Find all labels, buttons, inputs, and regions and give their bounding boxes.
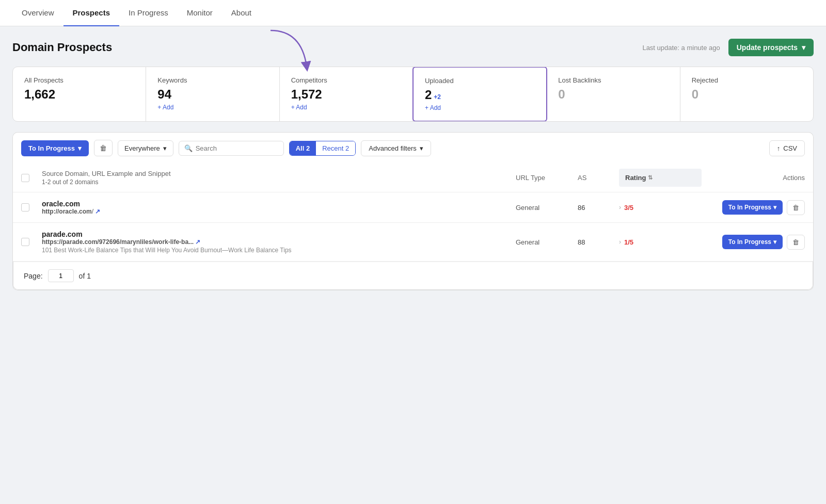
delete-button[interactable]: 🗑 <box>94 140 113 156</box>
filter-recent-label: Recent <box>322 144 343 152</box>
header-row: Domain Prospects Last update: a minute a… <box>12 39 814 56</box>
header-as: AS <box>578 174 619 182</box>
row1-actions: To In Progress ▾ 🗑 <box>702 200 805 215</box>
table-footer: Page: of 1 <box>13 262 813 290</box>
stat-value-rejected: 0 <box>692 87 802 102</box>
row1-as: 86 <box>578 204 619 212</box>
filter-all-label: All <box>296 144 305 152</box>
row2-snippet: 101 Best Work-Life Balance Tips that Wil… <box>42 247 516 254</box>
stat-value-row-uploaded: 2 +2 <box>425 88 535 102</box>
table-header: Source Domain, URL Example and Snippet 1… <box>13 164 813 192</box>
row2-rating-chevron-icon: › <box>619 238 621 246</box>
external-link-icon[interactable]: ↗ <box>95 208 100 215</box>
row2-checkbox[interactable] <box>21 238 29 246</box>
header-right: Last update: a minute ago Update prospec… <box>642 39 814 56</box>
advanced-filters-label: Advanced filters <box>369 144 417 152</box>
search-container: 🔍 <box>179 141 284 156</box>
everywhere-dropdown[interactable]: Everywhere ▾ <box>118 140 173 156</box>
stat-keywords: Keywords 94 + Add <box>146 67 279 121</box>
update-prospects-button[interactable]: Update prospects ▾ <box>728 39 814 56</box>
header-source: Source Domain, URL Example and Snippet 1… <box>42 170 516 186</box>
filter-tabs: All 2 Recent 2 <box>289 141 356 156</box>
header-actions: Actions <box>702 174 805 182</box>
header-checkbox-col <box>21 174 42 182</box>
row1-url-type: General <box>516 204 578 212</box>
stat-value-competitors: 1,572 <box>291 87 401 102</box>
stat-value-all: 1,662 <box>24 87 134 102</box>
upload-icon: ↑ <box>777 144 781 152</box>
row1-rating-cell: › 3/5 <box>619 204 702 212</box>
stat-competitors: Competitors 1,572 + Add <box>280 67 413 121</box>
header-url-type: URL Type <box>516 174 578 182</box>
row2-trash-icon: 🗑 <box>792 238 799 246</box>
nav-prospects[interactable]: Prospects <box>63 0 120 26</box>
row2-domain-info: parade.com https://parade.com/972696/mar… <box>42 230 516 254</box>
filter-tab-all[interactable]: All 2 <box>290 141 316 155</box>
row1-to-in-progress-button[interactable]: To In Progress ▾ <box>722 200 783 215</box>
stat-lost-backlinks: Lost Backlinks 0 <box>547 67 680 121</box>
stat-badge-uploaded: +2 <box>434 93 441 101</box>
nav-about[interactable]: About <box>222 0 261 26</box>
annotation-container: All Prospects 1,662 Keywords 94 + Add Co… <box>12 67 814 122</box>
to-in-progress-chevron-icon: ▾ <box>78 144 82 152</box>
stat-label-rejected: Rejected <box>692 76 802 84</box>
row2-to-in-progress-button[interactable]: To In Progress ▾ <box>722 235 783 249</box>
toolbar: To In Progress ▾ 🗑 Everywhere ▾ 🔍 All 2 <box>12 132 814 164</box>
row2-rating-cell: › 1/5 <box>619 238 702 246</box>
stat-add-keywords[interactable]: + Add <box>157 104 267 111</box>
trash-icon: 🗑 <box>100 144 107 152</box>
row1-domain-url: http://oracle.com/ ↗ <box>42 208 516 215</box>
top-nav: Overview Prospects In Progress Monitor A… <box>0 0 826 26</box>
row1-action-chevron-icon: ▾ <box>773 204 776 211</box>
chevron-down-icon: ▾ <box>802 43 805 52</box>
page-label: Page: <box>24 272 43 280</box>
stat-label-keywords: Keywords <box>157 76 267 84</box>
select-all-checkbox[interactable] <box>21 174 29 182</box>
stat-rejected: Rejected 0 <box>680 67 813 121</box>
stat-label-all: All Prospects <box>24 76 134 84</box>
csv-label: CSV <box>783 144 797 152</box>
row2-url-type: General <box>516 238 578 246</box>
row2-checkbox-col <box>21 238 42 246</box>
row1-checkbox[interactable] <box>21 203 29 212</box>
stat-value-lost: 0 <box>558 87 668 102</box>
advanced-filters-chevron-icon: ▾ <box>420 144 423 152</box>
nav-in-progress[interactable]: In Progress <box>119 0 178 26</box>
search-icon: 🔍 <box>184 144 193 152</box>
row2-domain-url: https://parade.com/972696/marynliles/wor… <box>42 238 516 246</box>
advanced-filters-button[interactable]: Advanced filters ▾ <box>361 140 431 156</box>
row1-domain-info: oracle.com http://oracle.com/ ↗ <box>42 200 516 215</box>
row1-trash-icon: 🗑 <box>792 204 799 212</box>
row1-domain-name: oracle.com <box>42 200 516 208</box>
stat-label-competitors: Competitors <box>291 76 401 84</box>
stat-add-uploaded[interactable]: + Add <box>425 104 535 111</box>
stat-value-keywords: 94 <box>157 87 267 102</box>
csv-button[interactable]: ↑ CSV <box>769 140 805 156</box>
stat-uploaded: Uploaded 2 +2 + Add <box>412 67 547 122</box>
row1-delete-button[interactable]: 🗑 <box>787 200 805 215</box>
update-btn-label: Update prospects <box>737 43 798 52</box>
to-in-progress-button[interactable]: To In Progress ▾ <box>21 140 89 156</box>
of-label: of 1 <box>79 272 91 280</box>
last-update: Last update: a minute ago <box>642 44 720 52</box>
header-rating[interactable]: Rating ⇅ <box>619 169 702 187</box>
row2-delete-button[interactable]: 🗑 <box>787 235 805 250</box>
search-input[interactable] <box>196 144 278 152</box>
row1-checkbox-col <box>21 203 42 212</box>
nav-overview[interactable]: Overview <box>12 0 63 26</box>
to-in-progress-label: To In Progress <box>28 144 75 152</box>
nav-monitor[interactable]: Monitor <box>178 0 222 26</box>
main-content: Domain Prospects Last update: a minute a… <box>0 26 826 303</box>
filter-tab-recent[interactable]: Recent 2 <box>316 141 355 155</box>
everywhere-label: Everywhere <box>124 144 160 152</box>
row2-external-link-icon[interactable]: ↗ <box>195 238 200 246</box>
stat-label-uploaded: Uploaded <box>425 77 535 85</box>
page-input[interactable] <box>48 269 74 282</box>
stat-add-competitors[interactable]: + Add <box>291 104 401 111</box>
row2-action-chevron-icon: ▾ <box>773 238 776 246</box>
header-source-label: Source Domain, URL Example and Snippet <box>42 170 516 177</box>
row1-rating-value: 3/5 <box>624 204 633 212</box>
row1-action-label: To In Progress <box>728 204 771 211</box>
stat-all-prospects: All Prospects 1,662 <box>13 67 146 121</box>
table-row: parade.com https://parade.com/972696/mar… <box>13 223 813 262</box>
